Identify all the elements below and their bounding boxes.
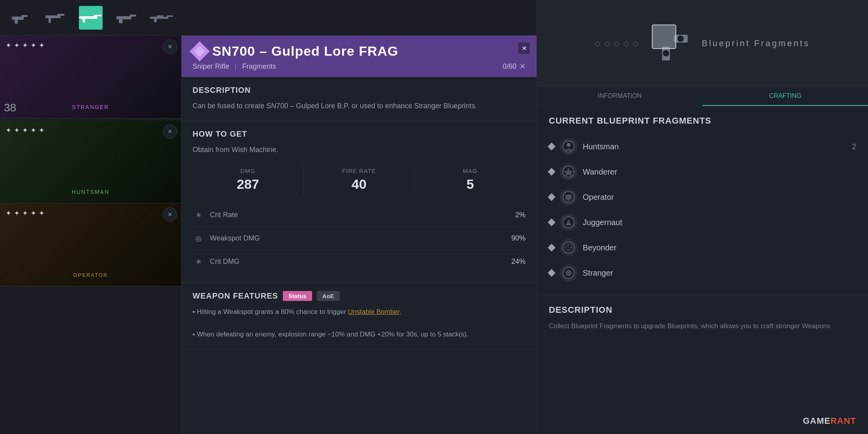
features-tag-status: Status: [283, 291, 312, 301]
description-title: DESCRIPTION: [193, 86, 526, 95]
svg-rect-17: [154, 19, 157, 22]
weapon-features-section: WEAPON FEATURES Status AoE ▪ Hitting a W…: [181, 282, 537, 350]
fragment-diamond-operator: [548, 193, 556, 201]
stat-fire-rate-value: 40: [304, 177, 415, 192]
fragment-name-stranger: Stranger: [583, 269, 851, 278]
right-panel-title-text: Blueprint Fragments: [702, 38, 810, 49]
fragment-name-huntsman: Huntsman: [583, 142, 846, 151]
attr-weakspot: ◎ Weakspot DMG 90%: [193, 227, 526, 250]
svg-rect-18: [157, 15, 163, 17]
weapon-card-stranger[interactable]: ✦✦✦✦✦ ✕ 38 STRANGER: [0, 36, 181, 118]
top-icon-3: ◇: [614, 39, 619, 48]
stats-row: DMG 287 Fire Rate 40 MAG 5: [193, 163, 526, 197]
features-text-1: ▪ Hitting a Weakspot grants a 80% chance…: [193, 308, 348, 316]
fragment-diamond-huntsman: [548, 143, 556, 150]
fragment-name-operator: Operator: [583, 193, 851, 202]
unstable-bomber-link[interactable]: Unstable Bomber: [348, 308, 399, 316]
how-to-get-section: HOW TO GET Obtain from Wish Machine. DMG…: [181, 121, 537, 282]
features-title: WEAPON FEATURES: [193, 291, 278, 301]
fragment-item-huntsman: Huntsman 2: [549, 134, 856, 159]
stat-dmg-label: DMG: [193, 167, 303, 174]
right-tabs: INFORMATION CRAFTING: [537, 87, 868, 106]
fragments-title: CURRENT BLUEPRINT FRAGMENTS: [549, 116, 856, 126]
svg-rect-15: [150, 17, 168, 19]
nav-sniper[interactable]: [150, 6, 174, 30]
operator-close-button[interactable]: ✕: [163, 207, 177, 222]
weapon-header: SN700 – Gulped Lore FRAG Sniper Rifle | …: [181, 36, 537, 77]
stat-mag: MAG 5: [415, 163, 526, 197]
fragments-section: CURRENT BLUEPRINT FRAGMENTS Huntsman 2: [537, 106, 868, 295]
nav-smg[interactable]: [43, 6, 67, 30]
svg-rect-11: [79, 17, 82, 18]
huntsman-stars: ✦✦✦✦✦: [6, 126, 45, 135]
fragment-item-beyonder: Beyonder: [549, 235, 856, 260]
stranger-close-button[interactable]: ✕: [163, 39, 177, 54]
svg-rect-13: [130, 15, 136, 17]
weapon-subtitle-row: Sniper Rifle | Fragments 0/60 ✕: [193, 62, 526, 71]
fragment-item-wanderer: Wanderer: [549, 159, 856, 184]
features-text-3: ▪ When defeating an enemy, explosion ran…: [193, 331, 468, 338]
svg-rect-2: [15, 20, 18, 24]
nav-shotgun[interactable]: [114, 6, 138, 30]
svg-rect-12: [116, 16, 131, 19]
svg-rect-5: [49, 18, 51, 23]
fragment-icon-operator: [560, 188, 577, 206]
gamerant-logo: GAMERANT: [803, 416, 856, 426]
svg-point-49: [567, 143, 571, 147]
svg-rect-16: [167, 15, 173, 17]
weapon-category: Fragments: [242, 62, 276, 71]
nav-pistol[interactable]: [8, 6, 32, 30]
svg-rect-1: [22, 15, 28, 17]
how-to-get-text: Obtain from Wish Machine.: [193, 144, 526, 156]
weapon-list-panel: ✦✦✦✦✦ ✕ 38 STRANGER ✦✦✦✦✦ ✕: [0, 36, 181, 434]
weapon-diamond-icon: [190, 41, 210, 61]
fragment-diamond-stranger: [548, 269, 556, 277]
weapon-type: Sniper Rifle: [193, 62, 229, 71]
tab-information[interactable]: INFORMATION: [537, 87, 703, 106]
weakspot-name: Weakspot DMG: [210, 234, 511, 242]
description-section: DESCRIPTION Can be fused to create SN700…: [181, 77, 537, 121]
right-panel-top: ◇ ◇ ◇ ◇ ◇ Blueprint Fragments: [537, 0, 868, 87]
top-icon-4: ◇: [623, 39, 629, 48]
svg-rect-3: [45, 15, 59, 18]
svg-rect-8: [94, 15, 101, 16]
fragment-icon-juggernaut: [560, 214, 577, 231]
weapon-detail-panel: SN700 – Gulped Lore FRAG Sniper Rifle | …: [181, 36, 537, 434]
svg-rect-56: [566, 224, 571, 225]
fragment-name-wanderer: Wanderer: [583, 167, 851, 177]
fragment-icon-beyonder: [560, 239, 577, 256]
weakspot-icon: ◎: [193, 233, 204, 244]
fragment-diamond-wanderer: [548, 168, 556, 176]
nav-rifle[interactable]: [79, 6, 103, 30]
svg-rect-10: [95, 16, 97, 19]
top-icon-2: ◇: [604, 39, 610, 48]
huntsman-close-button[interactable]: ✕: [163, 124, 177, 139]
stat-mag-value: 5: [415, 177, 526, 192]
svg-rect-14: [119, 19, 123, 23]
tab-crafting[interactable]: CRAFTING: [703, 87, 868, 106]
svg-rect-0: [12, 17, 24, 20]
crit-rate-icon: ✳: [193, 209, 204, 221]
fragment-count-huntsman: 2: [852, 142, 856, 151]
right-panel: ◇ ◇ ◇ ◇ ◇ Blueprint Fragments INFORMATI: [537, 0, 868, 434]
operator-label: OPERATOR: [0, 272, 181, 278]
right-description-section: DESCRIPTION Collect Blueprint Fragments …: [537, 295, 868, 341]
weapon-card-huntsman[interactable]: ✦✦✦✦✦ ✕ HUNTSMAN: [0, 120, 181, 203]
attr-crit-rate: ✳ Crit Rate 2%: [193, 204, 526, 227]
crit-dmg-icon: ✳: [193, 256, 204, 268]
description-text: Can be fused to create SN700 – Gulped Lo…: [193, 100, 526, 112]
crit-rate-name: Crit Rate: [210, 211, 515, 219]
svg-rect-53: [565, 195, 572, 199]
weapon-count: 0/60 ✕: [503, 62, 526, 71]
weapon-card-operator[interactable]: ✦✦✦✦✦ ✕ OPERATOR: [0, 203, 181, 286]
stat-dmg-value: 287: [193, 177, 303, 192]
weapon-title-row: SN700 – Gulped Lore FRAG: [193, 43, 526, 59]
svg-rect-9: [82, 19, 85, 22]
svg-rect-42: [652, 25, 676, 49]
weapon-header-close-button[interactable]: ✕: [518, 42, 530, 54]
svg-point-46: [677, 36, 684, 42]
features-text-2: .: [400, 308, 402, 316]
how-to-get-title: HOW TO GET: [193, 130, 526, 139]
stat-mag-label: MAG: [415, 167, 526, 174]
svg-rect-54: [567, 199, 570, 201]
